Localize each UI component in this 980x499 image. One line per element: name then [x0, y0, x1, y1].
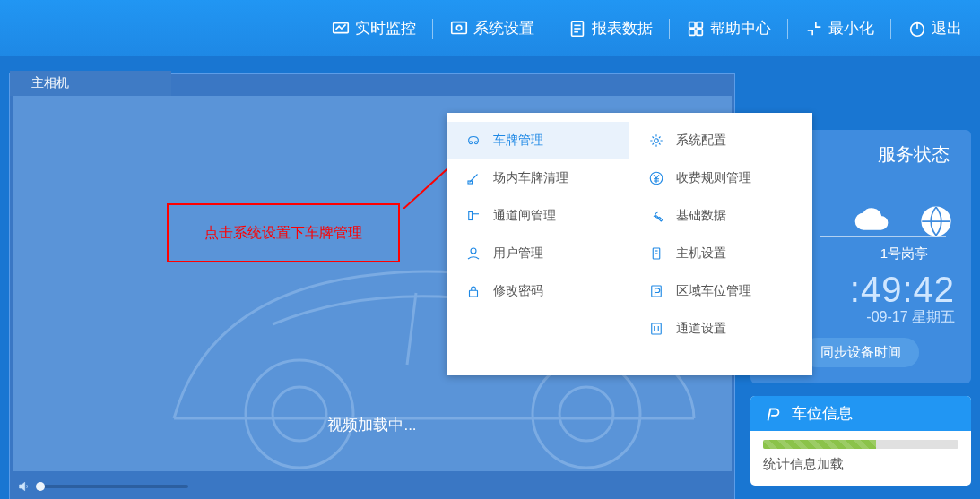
- menu-change-password[interactable]: 修改密码: [447, 272, 629, 310]
- svg-point-21: [475, 142, 478, 144]
- parking-slot-panel: 车位信息 统计信息加载: [750, 396, 971, 486]
- user-icon: [464, 245, 482, 262]
- menu-label: 车牌管理: [493, 133, 543, 149]
- slot-progress-bar: [763, 440, 958, 449]
- sync-time-button[interactable]: 同步设备时间: [802, 338, 919, 367]
- gate-icon: [464, 207, 482, 225]
- svg-rect-7: [689, 22, 695, 27]
- menu-user-management[interactable]: 用户管理: [447, 235, 629, 272]
- camera-tab-main[interactable]: 主相机: [10, 71, 171, 96]
- lock-icon: [464, 282, 482, 300]
- menu-system-config[interactable]: 系统配置: [629, 122, 812, 159]
- parking-icon: [647, 282, 665, 300]
- menu-label: 通道闸管理: [493, 208, 556, 224]
- nav-realtime-monitor[interactable]: 实时监控: [331, 18, 416, 39]
- nav-system-settings[interactable]: 系统设置: [449, 18, 534, 39]
- menu-gate-management[interactable]: 通道闸管理: [447, 197, 629, 235]
- svg-point-27: [655, 139, 659, 143]
- svg-rect-8: [697, 22, 702, 27]
- menu-label: 收费规则管理: [676, 170, 751, 186]
- menu-plate-management[interactable]: 车牌管理: [447, 122, 629, 159]
- nav-label: 退出: [932, 18, 962, 39]
- annotation-text: 点击系统设置下车牌管理: [204, 224, 362, 243]
- annotation-callout: 点击系统设置下车牌管理: [167, 203, 400, 262]
- menu-label: 基础数据: [676, 208, 726, 224]
- globe-icon: [917, 202, 955, 240]
- nav-minimize[interactable]: 最小化: [804, 18, 874, 39]
- brush-icon: [464, 169, 482, 187]
- gear-icon: [647, 132, 665, 150]
- svg-point-15: [533, 360, 640, 468]
- nav-label: 实时监控: [355, 18, 416, 39]
- nav-label: 报表数据: [592, 18, 653, 39]
- server-icon: [647, 245, 665, 262]
- menu-host-settings[interactable]: 主机设置: [629, 235, 812, 272]
- sliders-icon: [647, 320, 665, 338]
- nav-label: 最小化: [828, 18, 874, 39]
- menu-zone-slot-management[interactable]: 区域车位管理: [629, 272, 812, 310]
- menu-fee-rules[interactable]: 收费规则管理: [629, 159, 812, 197]
- svg-rect-23: [469, 212, 473, 220]
- wrench-icon: [647, 207, 665, 225]
- power-icon: [907, 19, 927, 39]
- nav-exit[interactable]: 退出: [907, 18, 962, 39]
- menu-label: 修改密码: [493, 283, 543, 299]
- parking-p-icon: [763, 404, 783, 424]
- svg-marker-18: [20, 482, 25, 490]
- svg-point-25: [471, 248, 476, 254]
- menu-label: 区域车位管理: [676, 283, 751, 299]
- video-bottom-bar: [13, 474, 732, 499]
- top-nav-bar: 实时监控 系统设置 报表数据 帮助中心 最小化 退出: [0, 0, 980, 56]
- report-icon: [568, 19, 587, 39]
- svg-rect-9: [689, 29, 695, 34]
- volume-icon[interactable]: [17, 479, 31, 494]
- svg-point-2: [456, 25, 462, 30]
- settings-doc-icon: [449, 19, 469, 39]
- slot-panel-title: 车位信息: [792, 403, 853, 424]
- svg-rect-33: [652, 323, 662, 334]
- menu-label: 通道设置: [676, 321, 726, 337]
- menu-label: 用户管理: [493, 245, 543, 262]
- nav-label: 帮助中心: [710, 18, 771, 39]
- nav-help-center[interactable]: 帮助中心: [686, 18, 771, 39]
- menu-label: 系统配置: [676, 133, 726, 149]
- help-grid-icon: [686, 19, 706, 39]
- svg-line-17: [407, 293, 416, 365]
- menu-label: 主机设置: [676, 245, 726, 262]
- svg-rect-1: [452, 22, 467, 33]
- menu-channel-settings[interactable]: 通道设置: [629, 310, 812, 348]
- menu-base-data[interactable]: 基础数据: [629, 197, 812, 235]
- minimize-icon: [804, 19, 824, 39]
- menu-plate-cleanup[interactable]: 场内车牌清理: [447, 159, 629, 197]
- slot-loading-text: 统计信息加载: [763, 456, 958, 473]
- yen-icon: [647, 169, 665, 187]
- monitor-icon: [331, 19, 351, 39]
- video-loading-text: 视频加载中...: [13, 415, 732, 435]
- cloud-icon: [853, 202, 890, 240]
- svg-point-20: [470, 142, 473, 144]
- system-settings-dropdown: 车牌管理 场内车牌清理 通道闸管理 用户管理 修改密码 系统配置 收费规则管理 …: [447, 113, 812, 375]
- svg-point-13: [246, 360, 353, 468]
- nav-label: 系统设置: [473, 18, 534, 39]
- menu-label: 场内车牌清理: [493, 170, 568, 186]
- volume-slider[interactable]: [36, 485, 188, 488]
- svg-rect-10: [697, 29, 702, 34]
- car-icon: [464, 132, 482, 150]
- nav-report-data[interactable]: 报表数据: [568, 18, 653, 39]
- svg-rect-26: [470, 290, 478, 297]
